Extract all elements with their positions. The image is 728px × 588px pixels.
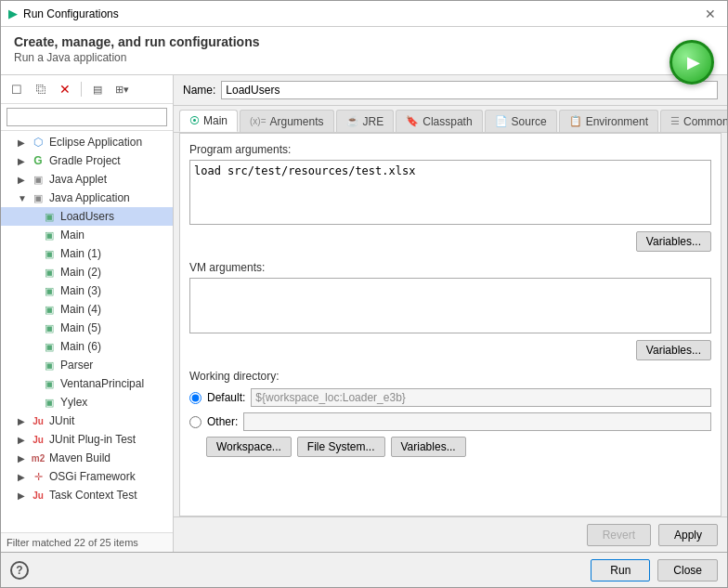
sidebar-tree: ▶ ⬡ Eclipse Application ▶ G Gradle Proje… xyxy=(1,131,173,532)
apply-button[interactable]: Apply xyxy=(658,524,718,546)
search-input[interactable] xyxy=(6,108,167,126)
expand-icon: ▶ xyxy=(18,156,27,166)
sidebar-item-osgi[interactable]: ▶ ✛ OSGi Framework xyxy=(1,467,173,486)
delete-config-button[interactable]: ✕ xyxy=(55,79,75,99)
sidebar-item-junit[interactable]: ▶ Ju JUnit xyxy=(1,412,173,430)
sidebar-item-label: Task Context Test xyxy=(49,489,137,502)
tab-common[interactable]: ☰ Common xyxy=(660,110,727,132)
sidebar-item-main2[interactable]: ▣ Main (2) xyxy=(1,263,173,281)
sidebar-item-label: Yylex xyxy=(60,396,87,409)
sidebar-item-java-application[interactable]: ▼ ▣ Java Application xyxy=(1,189,173,207)
expand-icon: ▶ xyxy=(18,416,27,426)
program-args-textarea[interactable]: load src/test/resources/test.xlsx xyxy=(189,160,711,225)
working-dir-variables-button[interactable]: Variables... xyxy=(391,437,466,457)
revert-button[interactable]: Revert xyxy=(587,524,651,546)
main-icon: ▣ xyxy=(42,228,57,242)
sidebar-item-main[interactable]: ▣ Main xyxy=(1,226,173,244)
sidebar-item-ventana[interactable]: ▣ VentanaPrincipal xyxy=(1,374,173,393)
new-config-icon: ☐ xyxy=(11,83,22,97)
sidebar-item-label: Main (6) xyxy=(60,340,101,353)
tab-classpath-icon: 🔖 xyxy=(406,115,419,127)
other-radio[interactable] xyxy=(189,416,202,428)
filter-button[interactable]: ▤ xyxy=(87,79,108,99)
sidebar-item-maven[interactable]: ▶ m2 Maven Build xyxy=(1,449,173,467)
vm-args-textarea[interactable] xyxy=(189,278,711,333)
content-panel: Name: ⦿ Main (x)= Arguments ☕ JRE 🔖 xyxy=(174,75,727,552)
sidebar-item-label: Parser xyxy=(60,359,93,372)
sidebar-item-label: Main (1) xyxy=(60,247,101,260)
default-radio[interactable] xyxy=(189,392,202,404)
sidebar-item-task-context[interactable]: ▶ Ju Task Context Test xyxy=(1,486,173,504)
sidebar-item-main1[interactable]: ▣ Main (1) xyxy=(1,244,173,263)
sidebar-item-main3[interactable]: ▣ Main (3) xyxy=(1,281,173,300)
default-radio-label: Default: xyxy=(207,391,245,404)
expand-icon: ▶ xyxy=(18,472,27,482)
sidebar-item-label: Java Applet xyxy=(49,173,107,186)
tab-arguments[interactable]: (x)= Arguments xyxy=(240,110,334,132)
sidebar-item-label: Main (4) xyxy=(60,303,101,316)
tab-classpath[interactable]: 🔖 Classpath xyxy=(396,110,482,132)
filesystem-button[interactable]: File System... xyxy=(297,437,385,457)
tabs-bar: ⦿ Main (x)= Arguments ☕ JRE 🔖 Classpath … xyxy=(174,106,727,133)
sidebar-item-eclipse-application[interactable]: ▶ ⬡ Eclipse Application xyxy=(1,133,173,151)
run-play-button[interactable] xyxy=(670,40,714,85)
sidebar-item-label: OSGi Framework xyxy=(49,470,136,483)
tab-arguments-icon: (x)= xyxy=(250,116,266,126)
tab-main[interactable]: ⦿ Main xyxy=(179,110,238,132)
gradle-project-icon: G xyxy=(31,153,46,168)
close-dialog-button[interactable]: Close xyxy=(657,559,718,581)
expand-icon: ▶ xyxy=(18,137,27,148)
sidebar-item-label: Main (2) xyxy=(60,266,101,279)
tab-source[interactable]: 📄 Source xyxy=(485,110,557,132)
program-variables-button[interactable]: Variables... xyxy=(636,231,711,252)
main5-icon: ▣ xyxy=(42,320,57,335)
main6-icon: ▣ xyxy=(42,339,57,354)
sidebar-item-main6[interactable]: ▣ Main (6) xyxy=(1,337,173,356)
tab-source-label: Source xyxy=(512,115,547,128)
program-args-label: Program arguments: xyxy=(189,143,711,156)
name-label: Name: xyxy=(183,84,215,97)
duplicate-config-button[interactable]: ⿻ xyxy=(31,79,51,99)
toolbar-separator xyxy=(81,82,82,97)
sidebar-search-area xyxy=(1,104,173,131)
yylex-icon: ▣ xyxy=(42,395,57,410)
tab-common-icon: ☰ xyxy=(670,115,680,127)
sidebar-item-yylex[interactable]: ▣ Yylex xyxy=(1,393,173,412)
eclipse-application-icon: ⬡ xyxy=(31,135,46,150)
view-menu-button[interactable]: ⊞▾ xyxy=(111,79,132,99)
vm-variables-button[interactable]: Variables... xyxy=(636,340,711,360)
sidebar-item-junit-plugin[interactable]: ▶ Ju JUnit Plug-in Test xyxy=(1,430,173,449)
sidebar-item-load-users[interactable]: ▣ LoadUsers xyxy=(1,207,173,226)
sidebar-item-parser[interactable]: ▣ Parser xyxy=(1,356,173,374)
sidebar-item-main4[interactable]: ▣ Main (4) xyxy=(1,300,173,319)
workspace-button[interactable]: Workspace... xyxy=(206,437,292,457)
help-button[interactable]: ? xyxy=(10,561,29,580)
sidebar-item-gradle-project[interactable]: ▶ G Gradle Project xyxy=(1,151,173,170)
other-dir-input[interactable] xyxy=(243,412,711,431)
sidebar-item-main5[interactable]: ▣ Main (5) xyxy=(1,319,173,337)
sidebar-item-java-applet[interactable]: ▶ ▣ Java Applet xyxy=(1,170,173,189)
run-button[interactable]: Run xyxy=(591,559,650,581)
expand-icon: ▶ xyxy=(18,453,27,464)
tab-source-icon: 📄 xyxy=(495,115,508,127)
tab-environment[interactable]: 📋 Environment xyxy=(559,110,658,132)
program-vars-row: Variables... xyxy=(189,231,711,252)
new-config-button[interactable]: ☐ xyxy=(6,79,27,99)
filter-icon: ▤ xyxy=(93,84,102,96)
tab-common-label: Common xyxy=(683,115,727,128)
window-title: Run Configurations xyxy=(23,7,119,20)
default-radio-row: Default: xyxy=(189,388,711,407)
sidebar: ☐ ⿻ ✕ ▤ ⊞▾ xyxy=(1,75,174,552)
sidebar-item-label: Java Application xyxy=(49,191,130,204)
tab-environment-icon: 📋 xyxy=(569,115,582,127)
tab-jre[interactable]: ☕ JRE xyxy=(336,110,395,132)
sidebar-footer: Filter matched 22 of 25 items xyxy=(1,532,173,552)
header-subtitle: Run a Java application xyxy=(14,51,662,64)
default-dir-input[interactable] xyxy=(251,388,711,407)
tab-jre-icon: ☕ xyxy=(346,115,359,127)
load-users-icon: ▣ xyxy=(42,209,57,224)
working-dir-section: Working directory: Default: Other: Works… xyxy=(189,370,711,457)
window-close-button[interactable]: ✕ xyxy=(701,5,720,23)
name-input[interactable] xyxy=(221,81,718,99)
expand-icon: ▶ xyxy=(18,435,27,445)
